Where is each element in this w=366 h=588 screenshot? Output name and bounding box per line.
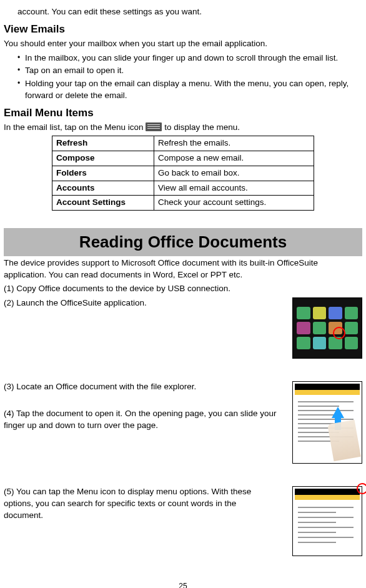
menu-key: Refresh xyxy=(52,136,154,151)
menu-icon xyxy=(146,122,162,131)
bullet-item: Holding your tap on the email can displa… xyxy=(17,78,362,102)
menu-key: Compose xyxy=(52,151,154,166)
table-row: Refresh Refresh the emails. xyxy=(52,136,314,151)
heading-email-menu-items: Email Menu Items xyxy=(4,106,362,121)
menu-table: Refresh Refresh the emails. Compose Comp… xyxy=(52,136,314,211)
menu-val: View all email accounts. xyxy=(154,181,314,196)
screenshot-document-scroll xyxy=(292,381,362,464)
step-5: (5) You can tap the Menu icon to display… xyxy=(4,486,272,522)
table-row: Compose Compose a new email. xyxy=(52,151,314,166)
table-row: Accounts View all email accounts. xyxy=(52,181,314,196)
heading-view-emails: View Emails xyxy=(4,22,362,37)
bullet-item: In the mailbox, you can slide your finge… xyxy=(17,52,362,64)
highlight-circle-icon xyxy=(357,483,366,494)
screenshot-menu-options-wrap xyxy=(292,486,362,556)
view-emails-bullets: In the mailbox, you can slide your finge… xyxy=(4,52,362,102)
section-banner-reading: Reading Office Documents xyxy=(4,228,362,256)
bullet-item: Tap on an email to open it. xyxy=(17,65,362,77)
menu-val: Refresh the emails. xyxy=(154,136,314,151)
table-row: Folders Go back to email box. xyxy=(52,166,314,181)
menu-key: Account Settings xyxy=(52,196,154,211)
reading-intro: The device provides support to Microsoft… xyxy=(4,257,362,281)
menu-val: Go back to email box. xyxy=(154,166,314,181)
step-1: (1) Copy Office documents to the device … xyxy=(4,283,362,295)
menu-intro: In the email list, tap on the Menu icon … xyxy=(4,122,362,134)
menu-intro-after: to display the menu. xyxy=(164,122,240,132)
menu-key: Folders xyxy=(52,166,154,181)
table-row: Account Settings Check your account sett… xyxy=(52,196,314,211)
menu-val: Check your account settings. xyxy=(154,196,314,211)
screenshot-app-launcher xyxy=(292,297,362,359)
page-number: 25 xyxy=(4,581,362,588)
view-emails-intro: You should enter your mailbox when you s… xyxy=(4,38,362,50)
menu-val: Compose a new email. xyxy=(154,151,314,166)
screenshot-menu-options xyxy=(292,486,362,556)
menu-intro-before: In the email list, tap on the Menu icon xyxy=(4,122,146,132)
menu-key: Accounts xyxy=(52,181,154,196)
partial-previous-line: account. You can edit these settings as … xyxy=(17,6,362,18)
